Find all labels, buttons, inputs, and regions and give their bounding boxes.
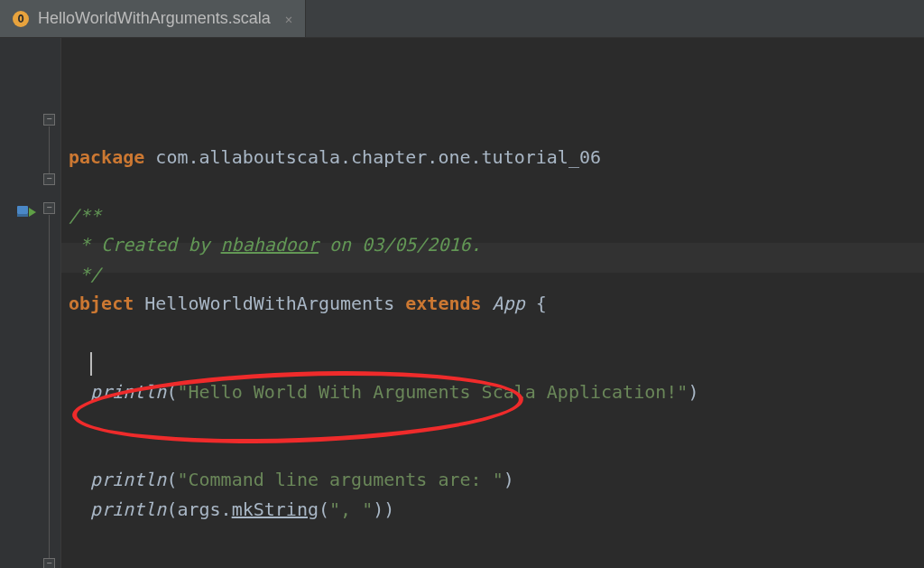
println-call: println bbox=[90, 469, 166, 490]
tab-bar: O HelloWorldWithArguments.scala ✕ bbox=[0, 0, 924, 38]
text-caret bbox=[90, 352, 92, 376]
svg-rect-0 bbox=[17, 206, 28, 214]
println-call: println bbox=[90, 381, 166, 403]
code-editor[interactable]: package com.allaboutscala.chapter.one.tu… bbox=[61, 38, 924, 568]
app-trait: App bbox=[482, 293, 536, 314]
run-gutter-icon[interactable] bbox=[16, 203, 36, 221]
keyword-extends: extends bbox=[405, 293, 481, 314]
tab-filename: HelloWorldWithArguments.scala bbox=[38, 9, 271, 28]
object-name: HelloWorldWithArguments bbox=[134, 293, 405, 314]
gutter bbox=[0, 38, 61, 568]
scala-object-icon: O bbox=[13, 11, 29, 27]
close-icon[interactable]: ✕ bbox=[285, 12, 292, 26]
fold-toggle-icon[interactable] bbox=[43, 558, 55, 568]
doc-comment-close: */ bbox=[69, 264, 101, 285]
doc-comment-open: /** bbox=[69, 205, 101, 227]
keyword-object: object bbox=[69, 293, 134, 314]
println-call: println bbox=[90, 498, 166, 520]
string-literal: ", " bbox=[329, 498, 373, 520]
fold-toggle-icon[interactable] bbox=[43, 114, 55, 126]
fold-toggle-icon[interactable] bbox=[43, 202, 55, 214]
icon-letter: O bbox=[17, 13, 23, 25]
mkstring-method: mkString bbox=[232, 498, 319, 520]
keyword-package: package bbox=[69, 146, 144, 168]
doc-comment-line: * Created by nbahadoor on 03/05/2016. bbox=[69, 234, 482, 256]
string-literal: "Command line arguments are: " bbox=[177, 469, 503, 490]
svg-rect-1 bbox=[17, 214, 28, 217]
editor-area: package com.allaboutscala.chapter.one.tu… bbox=[0, 38, 924, 568]
editor-tab[interactable]: O HelloWorldWithArguments.scala ✕ bbox=[0, 0, 306, 37]
brace-open: { bbox=[536, 293, 547, 314]
svg-marker-2 bbox=[29, 208, 36, 217]
fold-toggle-icon[interactable] bbox=[43, 173, 55, 185]
doc-author: nbahadoor bbox=[221, 234, 319, 256]
package-path: com.allaboutscala.chapter.one.tutorial_0… bbox=[144, 146, 601, 168]
string-literal: "Hello World With Arguments Scala Applic… bbox=[177, 381, 688, 403]
